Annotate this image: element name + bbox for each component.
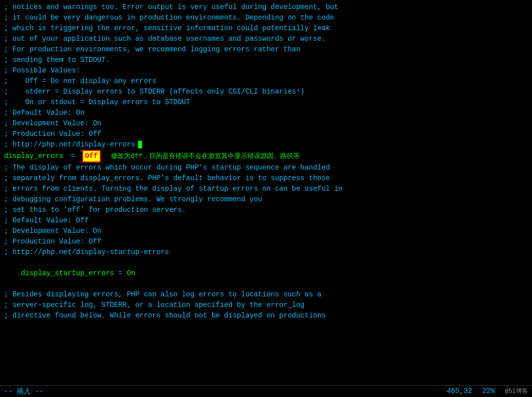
startup-errors-key: display_startup_errors xyxy=(21,269,114,277)
code-line: ; out of your application such as databa… xyxy=(4,34,528,44)
display-errors-line: display_errors = Off 修改为Off，目的是有错误不会在游览其… xyxy=(4,150,528,163)
code-line: ; set this to 'off' for production serve… xyxy=(4,205,528,215)
display-errors-value: Off xyxy=(82,150,101,163)
code-line: ; Possible Values: xyxy=(4,65,528,76)
url-line: ; http://php.net/display-errors xyxy=(4,139,528,150)
watermark: @51博客 xyxy=(505,387,528,396)
scroll-percent: 22% xyxy=(482,387,495,396)
status-right: 465,32 22% @51博客 xyxy=(447,387,528,396)
code-line: ; separately from display_errors. PHP's … xyxy=(4,173,528,184)
cursor-position: 465,32 xyxy=(447,387,472,396)
code-line: ; http://php.net/display-startup-errors xyxy=(4,247,528,258)
code-line: ; it could be very dangerous in producti… xyxy=(4,13,528,23)
startup-errors-value: On xyxy=(127,269,136,277)
code-line: ; Besides displaying errors, PHP can als… xyxy=(4,289,528,300)
code-line: ; The display of errors which occur duri… xyxy=(4,163,528,173)
code-line: ; For production environments, we recomm… xyxy=(4,44,528,55)
code-line: ; Development Value: On xyxy=(4,118,528,129)
editor-mode: -- 插入 -- xyxy=(4,387,43,396)
url-comment: ; http://php.net/display-errors xyxy=(4,139,135,150)
code-line: ; Production Value: Off xyxy=(4,236,528,247)
code-line: ; stderr = Display errors to STDERR (aff… xyxy=(4,87,528,97)
code-line: ; directive found below. While errors sh… xyxy=(4,310,528,321)
status-bar: -- 插入 -- 465,32 22% @51博客 xyxy=(0,385,532,397)
code-line: ; server-specific log, STDERR, or a loca… xyxy=(4,300,528,310)
code-line: ; Production Value: Off xyxy=(4,129,528,139)
code-line: ; errors from clients. Turning the displ… xyxy=(4,184,528,194)
code-line: ; notices and warnings too. Error output… xyxy=(4,2,528,13)
code-line: ; On or stdout = Display errors to STDOU… xyxy=(4,97,528,108)
code-line: ; Default Value: On xyxy=(4,108,528,118)
editor-area: ; notices and warnings too. Error output… xyxy=(0,0,532,385)
cursor xyxy=(138,141,142,148)
code-line: ; Default Value: Off xyxy=(4,215,528,226)
display-errors-annotation: 修改为Off，目的是有错误不会在游览其中显示错误原因、路径等 xyxy=(111,151,299,162)
startup-errors-equals: = xyxy=(114,269,126,277)
display-errors-equals: = xyxy=(66,151,79,162)
code-line: ; which is triggering the error, sensiti… xyxy=(4,23,528,34)
code-line: ; debugging configuration problems. We s… xyxy=(4,194,528,205)
code-line: ; sending them to STDOUT. xyxy=(4,55,528,65)
display-startup-errors-line: display_startup_errors = On xyxy=(4,258,528,289)
code-line: ; Development Value: On xyxy=(4,226,528,236)
display-errors-key: display_errors xyxy=(4,151,63,162)
code-line: ; Off = Do not display any errors xyxy=(4,76,528,87)
